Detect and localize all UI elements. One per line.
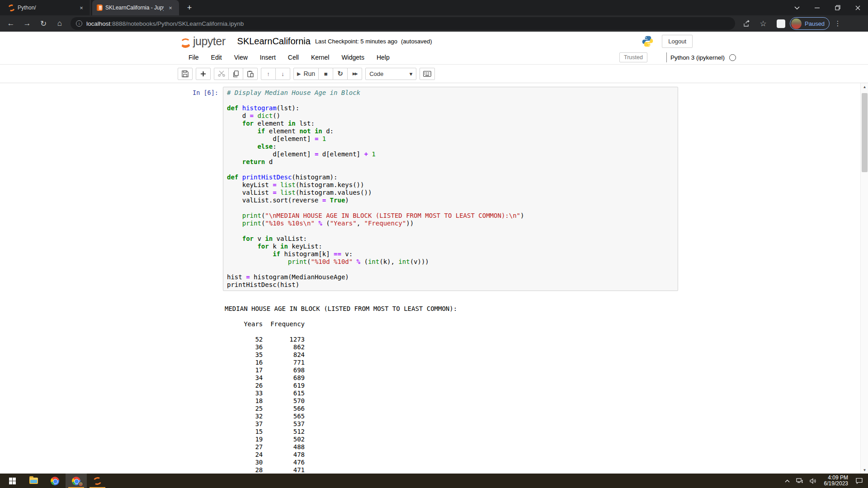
jupyter-taskbar-icon bbox=[92, 476, 103, 485]
jupyter-favicon-icon bbox=[7, 4, 16, 12]
file-explorer-button[interactable] bbox=[23, 474, 44, 488]
chrome-button[interactable] bbox=[44, 474, 66, 488]
close-window-button[interactable] bbox=[848, 0, 868, 15]
browser-menu-icon[interactable]: ⋮ bbox=[833, 19, 842, 28]
window-controls bbox=[787, 0, 868, 15]
tab-search-chevron-icon[interactable] bbox=[787, 0, 807, 15]
jupyter-logo[interactable]: jupyter bbox=[180, 35, 226, 48]
tab-close-icon[interactable]: × bbox=[77, 4, 85, 12]
url-path: :8888/notebooks/Python/SKLearnCalifornia… bbox=[110, 20, 244, 27]
notebook-favicon-icon bbox=[97, 5, 103, 11]
back-icon[interactable]: ← bbox=[4, 16, 18, 31]
notebook-title[interactable]: SKLearnCalifornia bbox=[237, 36, 311, 47]
notebook-area: In [6]: # Display Median House Age in Bl… bbox=[0, 83, 868, 474]
jupyter-logo-text: jupyter bbox=[193, 35, 226, 48]
menu-view[interactable]: View bbox=[234, 54, 248, 61]
windows-logo-icon bbox=[9, 478, 16, 484]
menu-file[interactable]: File bbox=[189, 54, 199, 61]
python-logo-icon bbox=[642, 35, 654, 47]
cell-prompt: In [6]: bbox=[190, 87, 223, 291]
tray-chevron-up-icon[interactable] bbox=[782, 474, 793, 488]
code-cell[interactable]: In [6]: # Display Median House Age in Bl… bbox=[190, 87, 868, 291]
logout-button[interactable]: Logout bbox=[662, 35, 693, 48]
autosave-status: (autosaved) bbox=[401, 38, 432, 45]
side-panel-icon[interactable] bbox=[777, 19, 785, 28]
chevron-down-icon: ▾ bbox=[410, 70, 413, 77]
network-icon[interactable] bbox=[793, 474, 807, 488]
clock-date: 6/19/2023 bbox=[824, 481, 848, 487]
bookmark-star-icon[interactable]: ☆ bbox=[756, 16, 770, 31]
scroll-down-icon[interactable]: ▼ bbox=[861, 466, 868, 474]
run-button[interactable]: ▶Run bbox=[293, 68, 319, 80]
folder-icon bbox=[29, 478, 38, 484]
cell-type-select[interactable]: Code ▾ bbox=[365, 68, 416, 80]
tab-sklearn-notebook[interactable]: SKLearnCalifornia - Jupyter Noteb × bbox=[92, 0, 179, 15]
restore-button[interactable] bbox=[827, 0, 848, 15]
cell-input[interactable]: # Display Median House Age in Block def … bbox=[223, 87, 678, 291]
restart-kernel-button[interactable]: ↻ bbox=[333, 68, 348, 80]
jupyter-app-button[interactable] bbox=[87, 474, 108, 488]
checkpoint-status: Last Checkpoint: 5 minutes ago bbox=[315, 38, 397, 45]
menu-edit[interactable]: Edit bbox=[211, 54, 222, 61]
jupyter-header: jupyter SKLearnCalifornia Last Checkpoin… bbox=[0, 32, 868, 51]
avatar bbox=[791, 19, 802, 29]
menu-kernel[interactable]: Kernel bbox=[311, 54, 329, 61]
paste-cell-button[interactable] bbox=[243, 68, 258, 80]
kernel-idle-icon bbox=[729, 54, 736, 61]
notebook-toolbar: ↑ ↓ ▶Run ■ ↻ ▶▶ Code ▾ bbox=[0, 65, 868, 83]
menu-insert[interactable]: Insert bbox=[260, 54, 276, 61]
home-icon[interactable]: ⌂ bbox=[52, 16, 67, 31]
forward-icon[interactable]: → bbox=[20, 16, 34, 31]
new-tab-button[interactable]: + bbox=[183, 1, 196, 14]
save-button[interactable] bbox=[178, 68, 193, 80]
minimize-button[interactable] bbox=[807, 0, 827, 15]
reload-icon[interactable]: ↻ bbox=[36, 16, 51, 31]
jupyter-header-right: Logout bbox=[642, 35, 868, 48]
notification-center-icon[interactable] bbox=[853, 474, 868, 488]
cut-cell-button[interactable] bbox=[214, 68, 229, 80]
volume-icon[interactable] bbox=[807, 474, 820, 488]
browser-tab-bar: Python/ × SKLearnCalifornia - Jupyter No… bbox=[0, 0, 868, 15]
trusted-badge: Trusted bbox=[619, 52, 647, 62]
profile-button[interactable]: Paused bbox=[790, 17, 830, 30]
jupyter-logo-icon bbox=[180, 38, 191, 48]
share-icon[interactable] bbox=[740, 16, 754, 31]
chrome-icon bbox=[51, 477, 59, 485]
sync-paused-label: Paused bbox=[805, 20, 825, 27]
tab-python-dir[interactable]: Python/ × bbox=[4, 0, 90, 15]
move-cell-up-button[interactable]: ↑ bbox=[261, 68, 276, 80]
divider bbox=[666, 52, 667, 62]
restart-run-all-button[interactable]: ▶▶ bbox=[347, 68, 362, 80]
scrollbar-thumb[interactable] bbox=[862, 93, 868, 172]
menu-widgets[interactable]: Widgets bbox=[341, 54, 364, 61]
taskbar-clock[interactable]: 4:09 PM 6/19/2023 bbox=[820, 475, 853, 487]
url-input[interactable]: i localhost:8888/notebooks/Python/SKLear… bbox=[71, 17, 735, 30]
menu-cell[interactable]: Cell bbox=[288, 54, 299, 61]
system-tray: 4:09 PM 6/19/2023 bbox=[782, 474, 868, 488]
profile-badge-icon bbox=[78, 482, 83, 487]
tab-close-icon[interactable]: × bbox=[166, 4, 175, 12]
add-cell-button[interactable] bbox=[196, 68, 211, 80]
chrome-profile-button[interactable] bbox=[66, 474, 87, 488]
url-host: localhost bbox=[86, 20, 110, 27]
site-info-icon[interactable]: i bbox=[76, 20, 82, 27]
cell-code[interactable]: # Display Median House Age in Block def … bbox=[227, 89, 674, 289]
interrupt-kernel-button[interactable]: ■ bbox=[318, 68, 333, 80]
copy-cell-button[interactable] bbox=[228, 68, 243, 80]
windows-taskbar: 4:09 PM 6/19/2023 bbox=[0, 474, 868, 488]
start-button[interactable] bbox=[2, 474, 23, 488]
run-icon: ▶ bbox=[297, 71, 301, 77]
tab-title: SKLearnCalifornia - Jupyter Noteb bbox=[105, 5, 164, 11]
menu-help[interactable]: Help bbox=[377, 54, 390, 61]
scroll-up-icon[interactable]: ▲ bbox=[861, 83, 868, 90]
notebook-menu-bar: File Edit View Insert Cell Kernel Widget… bbox=[0, 51, 868, 65]
cell-type-value: Code bbox=[369, 70, 383, 77]
tab-title: Python/ bbox=[18, 5, 75, 11]
cell-output: MEDIAN HOUSE AGE IN BLOCK (LISTED FROM M… bbox=[225, 305, 868, 474]
notebook-scrollbar[interactable]: ▲ ▼ bbox=[860, 83, 868, 474]
command-palette-button[interactable] bbox=[420, 68, 435, 80]
move-cell-down-button[interactable]: ↓ bbox=[275, 68, 290, 80]
browser-address-bar: ← → ↻ ⌂ i localhost:8888/notebooks/Pytho… bbox=[0, 15, 868, 32]
kernel-name: Python 3 (ipykernel) bbox=[670, 54, 725, 61]
menu-bar-right: Trusted Python 3 (ipykernel) bbox=[619, 52, 868, 62]
